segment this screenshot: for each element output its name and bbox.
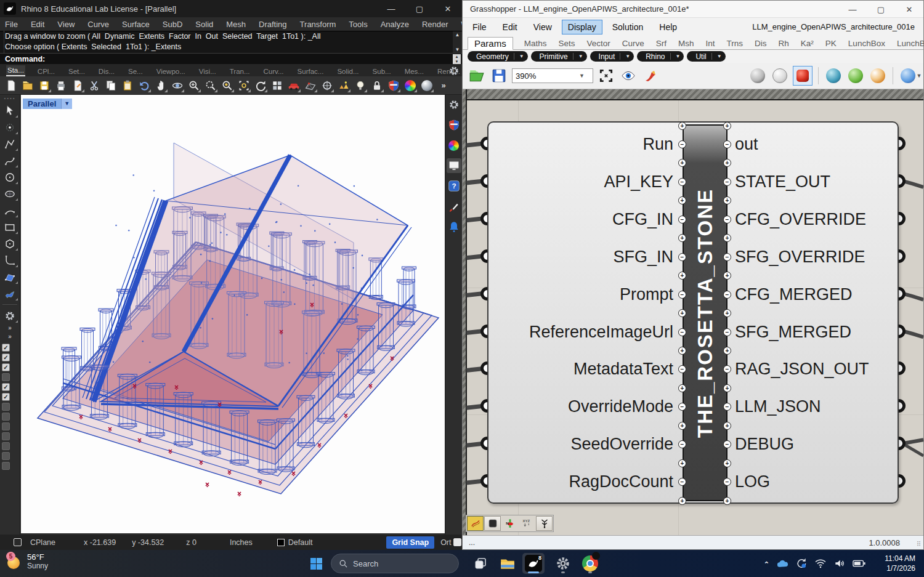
rhino-toolbar-tab-8[interactable]: Curv... [262,67,285,76]
jump-tool-button[interactable]: N [501,516,518,531]
remove-param-handle[interactable]: − [678,478,686,486]
selection-filter-checkbox-9[interactable] [2,432,10,440]
command-scrollbar[interactable]: ▲▼ [453,31,462,54]
axes-widget-button[interactable]: XYZ [519,516,535,531]
remove-param-handle[interactable]: − [723,291,731,299]
selection-filter-checkbox-1[interactable]: ✓ [2,353,10,361]
battery-icon[interactable] [853,559,866,568]
ellipse-icon[interactable] [2,185,18,202]
grasshopper-tab-pk[interactable]: PK [825,38,837,49]
zoom-selected-icon[interactable] [220,78,235,93]
grasshopper-tab-vector[interactable]: Vector [586,38,610,49]
remove-param-handle[interactable]: − [723,178,731,186]
rhino-menu-subd[interactable]: SubD [163,20,183,29]
add-param-handle[interactable]: + [678,459,686,467]
chrome-taskbar-icon[interactable] [579,553,601,574]
rhino-menu-analyze[interactable]: Analyze [381,20,409,29]
zoom-dropdown-icon[interactable]: ▼ [579,73,585,79]
grasshopper-canvas[interactable]: THE_ROSETTA_STONE RunAPI_KEYCFG_INSFG_IN… [463,89,923,535]
layer-color-swatch[interactable] [277,539,285,546]
render-sphere-icon[interactable] [419,78,434,93]
viewport-dropdown-icon[interactable]: ▼ [61,99,72,109]
volume-icon[interactable] [833,557,846,570]
input-param-OverrideMode[interactable]: OverrideMode [488,397,673,416]
grasshopper-tab-dis[interactable]: Dis [754,38,768,49]
shield-icon[interactable] [386,78,401,93]
control-point-curve-icon[interactable] [2,152,18,169]
add-param-handle[interactable]: + [723,122,731,130]
grasshopper-tab-rh[interactable]: Rh [778,38,790,49]
selection-filter-checkbox-4[interactable]: ✓ [2,383,10,391]
remove-param-handle[interactable]: − [678,291,686,299]
statusbar-end-icon[interactable] [453,538,461,546]
file-explorer-taskbar-icon[interactable] [496,553,519,574]
weather-widget[interactable]: 5 56°F Sunny [5,552,48,570]
rhino-maximize-button[interactable]: ▢ [405,0,434,17]
save-file-icon[interactable] [37,78,52,93]
selection-filter-checkbox-8[interactable] [2,422,10,430]
notifications-bell-icon[interactable] [447,219,461,234]
rhino-menu-drafting[interactable]: Drafting [259,20,287,29]
grasshopper-menu-solution[interactable]: Solution [612,22,644,32]
viewport-name[interactable]: Parallel [23,99,61,109]
selection-filter-checkbox-0[interactable]: ✓ [2,344,10,352]
category-dropdown-icon[interactable]: ▼ [717,54,722,59]
output-param-CFG_MERGED[interactable]: CFG_MERGED [735,285,920,304]
material-brush-icon[interactable] [447,199,461,214]
category-dropdown-icon[interactable]: ▼ [519,54,524,59]
grasshopper-tab-maths[interactable]: Maths [524,38,548,49]
zoom-window-icon[interactable] [203,78,218,93]
new-file-icon[interactable] [4,78,18,93]
grasshopper-tab-ka[interactable]: Ka² [800,38,814,49]
zoom-level-input[interactable] [513,71,579,81]
category-dropdown-icon[interactable]: ▼ [578,54,583,59]
gear-icon[interactable] [447,97,461,112]
save-file-icon[interactable] [490,67,508,85]
add-param-handle[interactable]: + [678,309,686,317]
preview-orange-icon[interactable] [869,67,887,85]
input-param-API_KEY[interactable]: API_KEY [488,172,673,191]
grasshopper-tab-lunchbox[interactable]: LunchBox [848,38,886,49]
properties-shield-icon[interactable] [447,118,461,132]
input-param-SFG_IN[interactable]: SFG_IN [488,248,673,266]
statusbar-layer[interactable]: Default [288,538,313,547]
grasshopper-tab-srf[interactable]: Srf [655,38,667,49]
add-param-handle[interactable]: + [678,422,686,430]
preview-eye-icon[interactable] [619,67,638,85]
grasshopper-tab-sets[interactable]: Sets [557,38,575,49]
preview-toggle-button[interactable] [484,516,501,531]
rhino-toolbar-tab-7[interactable]: Tran... [229,67,251,76]
rhino-toolbar-tab-0[interactable]: Sta... [6,65,25,76]
grasshopper-menu-file[interactable]: File [472,22,487,32]
selection-filter-checkbox-5[interactable]: ✓ [2,393,10,401]
rhino-minimize-button[interactable]: — [377,0,405,17]
tray-expand-icon[interactable]: ⌃ [764,558,769,569]
component-name-bar[interactable]: THE_ROSETTA_STONE [683,124,727,501]
resize-grip[interactable]: ⠿ [917,541,921,547]
set-view-target-icon[interactable] [320,78,334,93]
output-param-out[interactable]: out [735,135,920,153]
color-wheel-icon[interactable] [403,78,418,93]
display-monitor-icon[interactable] [447,158,461,173]
viewport-layout-icon[interactable] [270,78,285,93]
rhino-toolbar-tab-12[interactable]: Mes... [403,67,425,76]
rhino-menu-curve[interactable]: Curve [87,20,109,29]
grasshopper-maximize-button[interactable]: ▢ [867,1,895,18]
selection-filter-checkbox-3[interactable] [2,373,10,381]
output-param-SFG_MERGED[interactable]: SFG_MERGED [735,323,920,341]
add-param-handle[interactable]: + [723,159,731,167]
rotate-view-icon[interactable] [253,78,268,93]
open-file-icon[interactable] [468,67,486,85]
search-box[interactable]: Search [331,554,459,573]
tool-options-gear-icon[interactable] [2,307,18,324]
grasshopper-menu-display[interactable]: Display [562,20,602,34]
open-file-icon[interactable] [20,78,35,93]
export-doc-icon[interactable] [70,78,85,93]
remove-param-handle[interactable]: − [723,140,731,148]
selection-filter-checkbox-2[interactable]: ✓ [2,363,10,371]
pan-icon[interactable] [153,78,168,93]
output-param-SFG_OVERRIDE[interactable]: SFG_OVERRIDE [735,248,920,266]
mesh-preview-wire-icon[interactable] [771,67,789,85]
rhino-toolbar-tab-1[interactable]: CPl... [36,67,56,76]
layers-wheel-icon[interactable] [447,138,461,153]
